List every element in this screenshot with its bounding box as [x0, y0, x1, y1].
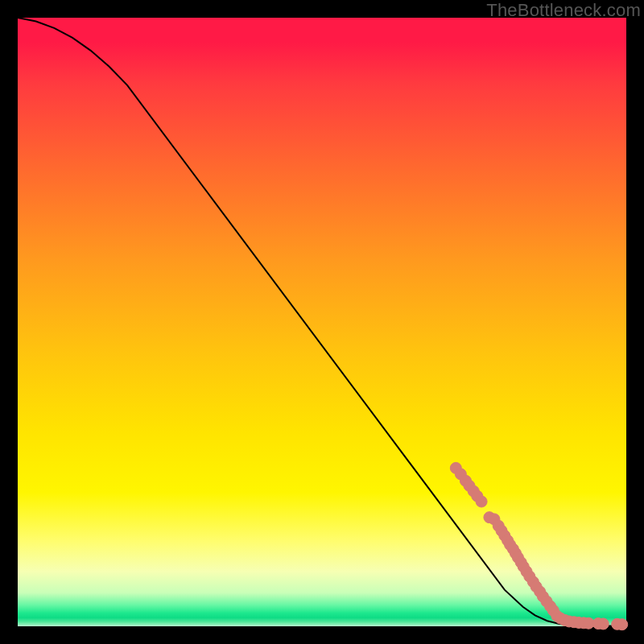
scatter-points — [450, 462, 627, 630]
scatter-dot — [597, 618, 609, 630]
chart-svg — [18, 18, 626, 626]
bottleneck-curve — [18, 18, 626, 626]
scatter-dot — [617, 619, 628, 630]
chart-frame — [18, 18, 626, 626]
scatter-dot — [476, 496, 487, 507]
